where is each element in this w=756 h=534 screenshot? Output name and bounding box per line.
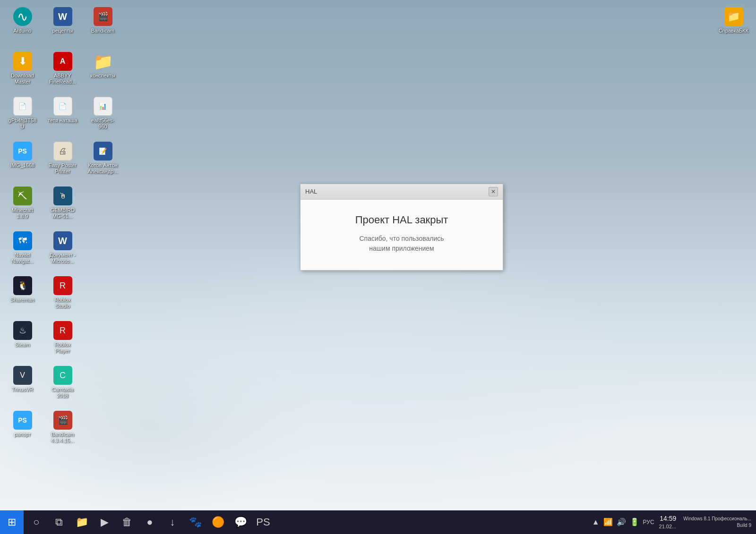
taskbar-icon-tray-app1[interactable]: ● [139, 512, 160, 533]
img-1668-icon: PS [13, 142, 32, 161]
desktop-icon-download-master[interactable]: ⬇ Download Master [5, 50, 40, 92]
desktop-icon-roblox-player[interactable]: R Roblox Player [45, 319, 80, 361]
clock-time: 14:59 [659, 514, 677, 524]
arduino-icon: ∿ [13, 7, 32, 26]
os-info: Windows 8.1 Профессиональ... Build 9 [683, 516, 751, 529]
navitel-icon: 🗺 [13, 231, 32, 250]
teta-natasha-label: тетя наташа [48, 118, 77, 124]
tray-chevron-icon[interactable]: ▲ [592, 518, 600, 526]
retsepty-icon: W [53, 7, 72, 26]
download-master-label: Download Master [7, 73, 38, 85]
konspekty-label: конспекты [90, 73, 115, 79]
tray-language[interactable]: РУС [643, 519, 654, 526]
navitel-label: Navitel Navigat... [7, 252, 38, 264]
desktop-icon-spravka[interactable]: 📁 СправкаБКК [716, 5, 751, 36]
start-button[interactable]: ⊞ [0, 510, 24, 534]
roblox-studio-icon: R [53, 276, 72, 295]
kotov-anton-icon: 📝 [94, 142, 112, 161]
bandicam2-icon: 🎬 [53, 411, 72, 430]
dialog-sub-text: Спасибо, что пользовались нашим приложен… [310, 234, 493, 254]
clock-area[interactable]: 14:59 21.02... [659, 514, 679, 531]
taskbar-icon-tray-app4[interactable]: 🟠 [207, 512, 228, 533]
desktop-icon-gembird[interactable]: 🖱 GEMBIRD MG-51... [45, 184, 80, 227]
taskbar-icon-recycle[interactable]: 🗑 [117, 512, 137, 533]
bandicam2-label: Bandicam 4.3.4.15... [47, 432, 78, 444]
os-info-line1: Windows 8.1 Профессиональ... [683, 516, 751, 522]
spravka-icon: 📁 [724, 7, 743, 26]
desktop-icon-minecraft[interactable]: ⛏ Minecraft 1.8.9 [5, 184, 40, 227]
desktop-icon-panorpt[interactable]: PS рапорт [5, 408, 40, 451]
roblox-player-icon: R [53, 321, 72, 340]
desktop-icon-img-1668[interactable]: PS IMG_1668 [5, 139, 40, 182]
gembird-icon: 🖱 [53, 186, 72, 205]
desktop-icon-navitel[interactable]: 🗺 Navitel Navigat... [5, 229, 40, 271]
dialog-main-text: Проект HAL закрыт [310, 214, 493, 226]
bandicam-icon: 🎬 [94, 7, 112, 26]
hal-dialog[interactable]: HAL ✕ Проект HAL закрыт Спасибо, что пол… [300, 184, 503, 271]
desktop-icon-trinus-vr[interactable]: V TrinusVR [5, 364, 40, 406]
desktop-icon-ea8f56es-960[interactable]: 📊 ea8f56es-960 [85, 94, 120, 137]
dialog-title: HAL [305, 188, 317, 195]
taskbar-right: ▲ 📶 🔊 🔋 РУС 14:59 21.02... Windows 8.1 П… [587, 514, 756, 531]
abbyy-label: ABBYY FineRead... [47, 73, 78, 85]
abbyy-icon: A [53, 52, 72, 71]
desktop-icon-gpb4hj3t58u[interactable]: 📄 gPb4hj3T58U [5, 94, 40, 137]
dialog-sub-line1: Спасибо, что пользовались [359, 235, 444, 242]
taskbar-icon-tray-app3[interactable]: 🐾 [185, 512, 206, 533]
desktop-icon-dokument[interactable]: W Документ - Microso... [45, 229, 80, 271]
desktop-icon-camtasia[interactable]: C Camtasia 2018 [45, 364, 80, 406]
system-tray: ▲ 📶 🔊 🔋 РУС [592, 517, 654, 526]
download-master-icon: ⬇ [13, 52, 32, 71]
tray-volume-icon[interactable]: 🔊 [617, 517, 626, 526]
dokument-icon: W [53, 231, 72, 250]
camtasia-label: Camtasia 2018 [47, 387, 78, 399]
teta-natasha-icon: 📄 [53, 97, 72, 116]
shareman-icon: 🐧 [13, 276, 32, 295]
dialog-body: Проект HAL закрыт Спасибо, что пользовал… [301, 200, 503, 270]
desktop-icon-kotov-anton[interactable]: 📝 Котов Антон Александр... [85, 139, 120, 182]
spravka-label: СправкаБКК [719, 28, 748, 34]
desktop-icon-arduino[interactable]: ∿ Arduino [5, 5, 40, 47]
konspekty-icon: 📁 [94, 52, 112, 71]
desktop-icon-bandicam2[interactable]: 🎬 Bandicam 4.3.4.15... [45, 408, 80, 451]
taskbar-icon-cortana[interactable]: ○ [26, 512, 47, 533]
retsepty-label: рецепты [52, 28, 73, 34]
gpb4hj3t58u-label: gPb4hj3T58U [7, 118, 38, 130]
tray-wifi-icon[interactable]: 📶 [603, 517, 613, 526]
taskbar-icon-task-view[interactable]: ⧉ [49, 512, 69, 533]
desktop-icon-roblox-studio[interactable]: R Roblox Studio [45, 274, 80, 316]
roblox-player-label: Roblox Player [47, 342, 78, 354]
desktop-icon-steam[interactable]: ♨ Steam [5, 319, 40, 361]
taskbar-icon-file-explorer[interactable]: 📁 [71, 512, 92, 533]
desktop-icon-teta-natasha[interactable]: 📄 тетя наташа [45, 94, 80, 137]
taskbar-icon-tray-app6[interactable]: PS [253, 512, 274, 533]
shareman-label: Shareman [10, 297, 34, 303]
camtasia-icon: C [53, 366, 72, 385]
ea8f56es-960-label: ea8f56es-960 [87, 118, 118, 130]
kotov-anton-label: Котов Антон Александр... [87, 162, 118, 175]
taskbar: ⊞ ○⧉📁▶🗑●↓🐾🟠💬PS ▲ 📶 🔊 🔋 РУС 14:59 21.02..… [0, 510, 756, 534]
tray-battery-icon[interactable]: 🔋 [630, 517, 639, 526]
taskbar-icon-media-player[interactable]: ▶ [94, 512, 115, 533]
taskbar-icon-tray-app5[interactable]: 💬 [230, 512, 251, 533]
dialog-titlebar: HAL ✕ [301, 184, 503, 200]
desktop-icon-bandicam[interactable]: 🎬 Bandicam [85, 5, 120, 47]
clock-date: 21.02... [659, 523, 677, 530]
desktop-icon-shareman[interactable]: 🐧 Shareman [5, 274, 40, 316]
gembird-label: GEMBIRD MG-51... [47, 207, 78, 220]
easy-poster-label: Easy Poster Printer [47, 162, 78, 175]
steam-label: Steam [15, 342, 30, 348]
dialog-sub-line2: нашим приложением [369, 245, 434, 252]
dokument-label: Документ - Microso... [47, 252, 78, 264]
dialog-close-button[interactable]: ✕ [489, 187, 498, 196]
roblox-studio-label: Roblox Studio [47, 297, 78, 309]
taskbar-icon-tray-app2[interactable]: ↓ [162, 512, 183, 533]
desktop-icon-retsepty[interactable]: W рецепты [45, 5, 80, 47]
desktop-icon-konspekty[interactable]: 📁 конспекты [85, 50, 120, 92]
desktop-icon-easy-poster[interactable]: 🖨 Easy Poster Printer [45, 139, 80, 182]
windows-logo-icon: ⊞ [8, 516, 16, 528]
trinus-vr-icon: V [13, 366, 32, 385]
minecraft-label: Minecraft 1.8.9 [7, 207, 38, 220]
panorpt-label: рапорт [14, 432, 31, 438]
desktop-icon-abbyy[interactable]: A ABBYY FineRead... [45, 50, 80, 92]
